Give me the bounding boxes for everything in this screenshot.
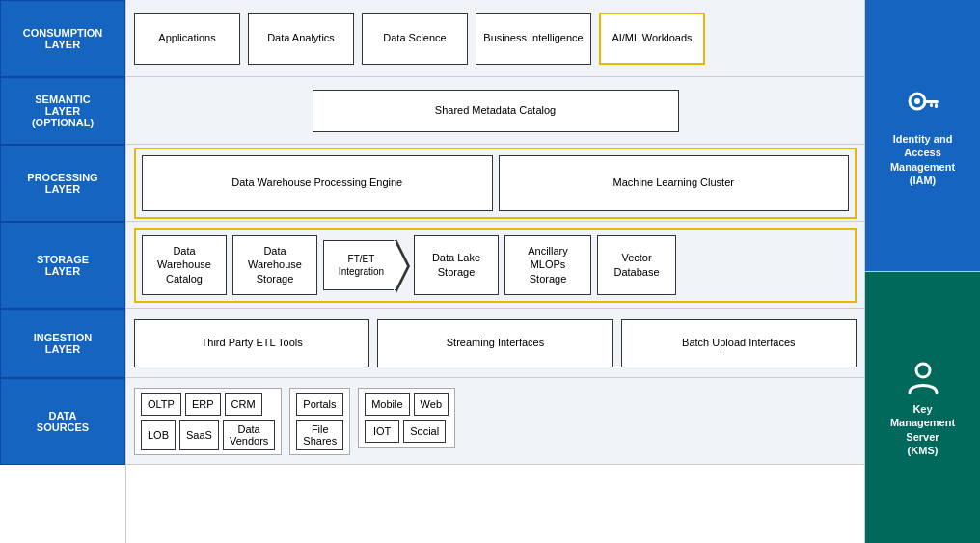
kms-label: Key Management Server (KMS) [890,402,955,457]
etl-tools-box: Third Party ETL Tools [134,319,369,367]
processing-row: Data Warehouse Processing Engine Machine… [126,145,864,222]
svg-point-1 [914,98,920,104]
ds-lob: LOB [141,420,176,450]
ftet-label: FT/ET Integration [339,253,384,278]
consumption-row: Applications Data Analytics Data Science… [126,0,864,77]
dw-processing-box: Data Warehouse Processing Engine [142,155,493,211]
ds-group-1: OLTP ERP CRM LOB SaaS Data Vendors [134,388,282,455]
person-icon [904,358,942,396]
layer-label-ingestion: INGESTION LAYER [0,309,125,378]
datasources-row: OLTP ERP CRM LOB SaaS Data Vendors Porta… [126,378,864,465]
aiml-workloads-box: AI/ML Workloads [599,13,705,65]
ds-iot: IOT [365,420,399,443]
ds-saas: SaaS [179,420,219,450]
ds-group-2: Portals File Shares [289,388,350,455]
ingestion-inner: Third Party ETL Tools Streaming Interfac… [134,319,857,367]
kms-panel: Key Management Server (KMS) [865,271,980,543]
svg-rect-4 [930,103,933,107]
storage-group: Data Warehouse Catalog Data Warehouse St… [134,228,857,303]
ds-row-3a: Mobile Web [365,393,449,416]
datasources-inner: OLTP ERP CRM LOB SaaS Data Vendors Porta… [134,388,857,455]
layers-column: CONSUMPTION LAYER SEMANTIC LAYER (OPTION… [0,0,125,543]
mlops-storage-box: Ancillary MLOPs Storage [504,235,591,295]
ds-datavendors: Data Vendors [223,420,275,450]
ds-web: Web [414,393,449,416]
ds-row-3b: IOT Social [365,420,449,443]
iam-label: Identity and Access Management (IAM) [890,132,955,187]
key-icon [902,84,944,126]
layer-label-storage: STORAGE LAYER [0,222,125,309]
vector-db-box: Vector Database [597,235,676,295]
business-intelligence-box: Business Intelligence [476,13,591,65]
layer-label-processing: PROCESSING LAYER [0,145,125,222]
right-column: Identity and Access Management (IAM) Key… [864,0,980,543]
ds-oltp: OLTP [141,393,181,416]
dw-catalog-box: Data Warehouse Catalog [142,235,227,295]
consumption-inner: Applications Data Analytics Data Science… [134,13,857,65]
svg-point-5 [916,364,930,377]
semantic-row: Shared Metadata Catalog [126,77,864,145]
ftet-box: FT/ET Integration [323,240,396,290]
dw-storage-box: Data Warehouse Storage [232,235,317,295]
ds-row-1b: LOB SaaS Data Vendors [141,420,275,450]
svg-rect-2 [923,100,939,103]
ds-social: Social [403,420,446,443]
layer-label-datasources: DATA SOURCES [0,378,125,465]
main-content: Applications Data Analytics Data Science… [125,0,864,543]
metadata-catalog-box: Shared Metadata Catalog [313,90,679,132]
ds-group-3: Mobile Web IOT Social [358,388,455,448]
data-science-box: Data Science [362,13,468,65]
ds-row-2b: File Shares [296,420,343,450]
ds-erp: ERP [185,393,221,416]
ml-cluster-box: Machine Learning Cluster [499,155,850,211]
applications-box: Applications [134,13,240,65]
layer-label-consumption: CONSUMPTION LAYER [0,0,125,77]
svg-rect-3 [935,103,938,108]
data-lake-box: Data Lake Storage [414,235,499,295]
processing-group: Data Warehouse Processing Engine Machine… [134,148,857,219]
streaming-box: Streaming Interfaces [377,319,612,367]
semantic-inner: Shared Metadata Catalog [134,90,857,132]
ingestion-row: Third Party ETL Tools Streaming Interfac… [126,309,864,378]
storage-row: Data Warehouse Catalog Data Warehouse St… [126,222,864,309]
data-analytics-box: Data Analytics [248,13,354,65]
ds-crm: CRM [225,393,262,416]
ds-portals: Portals [296,393,342,416]
ds-row-1a: OLTP ERP CRM [141,393,275,416]
ds-fileshares: File Shares [296,420,343,450]
batch-upload-box: Batch Upload Interfaces [621,319,857,367]
ftet-wrapper: FT/ET Integration [323,235,396,295]
ds-mobile: Mobile [365,393,409,416]
ds-row-2a: Portals [296,393,343,416]
iam-panel: Identity and Access Management (IAM) [865,0,980,271]
architecture-diagram: CONSUMPTION LAYER SEMANTIC LAYER (OPTION… [0,0,980,543]
layer-label-semantic: SEMANTIC LAYER (OPTIONAL) [0,77,125,145]
